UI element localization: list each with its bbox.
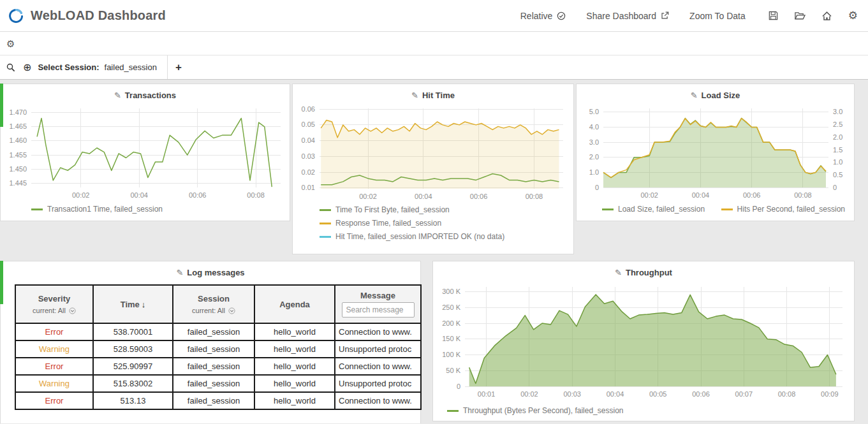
divider	[167, 55, 168, 79]
panel-title-text: Throughput	[626, 268, 672, 277]
legend-item[interactable]: Transaction1 Time, failed_session	[31, 205, 163, 214]
panel-title-text: Load Size	[702, 91, 740, 100]
log-row[interactable]: Warning515.83002failed_sessionhello_worl…	[15, 375, 421, 392]
save-icon	[769, 11, 778, 20]
svg-text:2.5: 2.5	[833, 121, 842, 128]
column-session[interactable]: Session current: All	[173, 285, 254, 323]
folder-open-icon	[795, 11, 805, 20]
cell-message: Connection to www.	[335, 392, 421, 409]
legend-item[interactable]: Time To First Byte, failed_session	[320, 205, 573, 214]
zoom-to-data-button[interactable]: Zoom To Data	[689, 11, 746, 21]
panel-hit-time: ✎ Hit Time 0.010.020.030.040.050.0600:02…	[292, 84, 574, 254]
svg-text:1.450: 1.450	[9, 165, 27, 173]
legend-item[interactable]: Hit Time, failed_session IMPORTED OK (no…	[320, 232, 573, 241]
relative-toggle[interactable]: Relative	[520, 11, 566, 21]
column-label: Agenda	[279, 300, 310, 309]
svg-text:1.0: 1.0	[833, 158, 842, 166]
cell-time: 515.83002	[93, 375, 173, 392]
svg-text:2.0: 2.0	[589, 153, 599, 161]
column-severity[interactable]: Severity current: All	[15, 285, 93, 323]
transactions-legend: Transaction1 Time, failed_session	[1, 201, 290, 219]
svg-text:00:08: 00:08	[247, 191, 265, 199]
svg-text:00:04: 00:04	[130, 191, 148, 199]
cell-message: Connection to www.	[335, 323, 421, 340]
log-row[interactable]: Error513.13failed_sessionhello_worldConn…	[15, 392, 421, 409]
svg-text:00:06: 00:06	[189, 191, 207, 199]
log-row[interactable]: Error525.90997failed_sessionhello_worldC…	[15, 358, 421, 375]
filter-label: current: All	[192, 307, 225, 314]
edit-icon[interactable]: ✎	[176, 268, 183, 277]
search-button[interactable]	[6, 63, 15, 72]
message-search-input[interactable]	[342, 302, 415, 318]
throughput-chart: 050 K100 K150 K200 K250 K300 K00:0100:02…	[433, 281, 853, 403]
app-header: WebLOAD Dashboard Relative Share Dashboa…	[0, 0, 868, 32]
cell-agenda: hello_world	[254, 358, 335, 375]
column-label: Severity	[17, 294, 91, 303]
edit-icon[interactable]: ✎	[114, 91, 121, 100]
panel-throughput: ✎ Throughput 050 K100 K150 K200 K250 K30…	[432, 261, 855, 421]
add-tab-button[interactable]: +	[175, 61, 182, 74]
cell-severity: Warning	[15, 340, 93, 358]
svg-text:0.01: 0.01	[302, 184, 315, 191]
log-row[interactable]: Error538.70001failed_sessionhello_worldC…	[15, 323, 421, 340]
edit-icon[interactable]: ✎	[411, 91, 418, 100]
panel-settings-button[interactable]: ⚙	[6, 39, 15, 48]
svg-text:300 K: 300 K	[442, 288, 460, 295]
log-messages-title: ✎ Log messages	[1, 261, 420, 281]
legend-label: Throughput (Bytes Per Second), failed_se…	[463, 406, 623, 415]
svg-text:00:08: 00:08	[526, 193, 543, 200]
share-dashboard-button[interactable]: Share Dashboard	[586, 11, 669, 21]
load-size-legend: Load Size, failed_sessionHits Per Second…	[577, 201, 854, 219]
legend-item[interactable]: Hits Per Second, failed_session	[721, 205, 845, 214]
cell-time: 528.59003	[93, 340, 173, 358]
zoom-to-data-label: Zoom To Data	[689, 11, 746, 21]
log-row[interactable]: Warning528.59003failed_sessionhello_worl…	[15, 340, 421, 358]
sort-desc-icon: ↓	[142, 300, 146, 309]
legend-item[interactable]: Throughput (Bytes Per Second), failed_se…	[447, 406, 623, 415]
legend-item[interactable]: Load Size, failed_session	[602, 205, 705, 214]
legend-label: Hits Per Second, failed_session	[737, 205, 845, 214]
column-label: Message	[337, 291, 419, 300]
edit-icon[interactable]: ✎	[691, 91, 698, 100]
session-value[interactable]: failed_session	[105, 62, 157, 72]
svg-text:1.5: 1.5	[833, 146, 842, 154]
home-button[interactable]	[822, 11, 832, 20]
column-message[interactable]: Message	[335, 285, 421, 323]
svg-text:0: 0	[457, 383, 460, 390]
column-time[interactable]: Time↓	[93, 285, 173, 323]
open-dashboard-button[interactable]	[795, 11, 805, 20]
svg-text:1.0: 1.0	[589, 168, 599, 176]
filter-caret-icon[interactable]	[228, 307, 235, 314]
search-icon	[6, 63, 15, 72]
legend-label: Time To First Byte, failed_session	[335, 205, 450, 214]
panel-title-text: Hit Time	[422, 91, 455, 100]
save-button[interactable]	[769, 11, 778, 20]
filter-caret-icon[interactable]	[69, 307, 76, 314]
panel-accent-strip	[0, 84, 3, 127]
settings-button[interactable]: ⚙	[848, 10, 858, 21]
svg-text:3.0: 3.0	[833, 108, 842, 115]
edit-icon[interactable]: ✎	[615, 268, 622, 277]
legend-swatch-icon	[320, 209, 331, 211]
check-circle-icon	[557, 11, 566, 20]
log-table-body: Error538.70001failed_sessionhello_worldC…	[15, 323, 421, 409]
svg-text:4.0: 4.0	[589, 123, 599, 131]
svg-text:00:05: 00:05	[649, 390, 667, 398]
svg-text:00:02: 00:02	[640, 191, 658, 199]
svg-text:0.06: 0.06	[302, 105, 315, 113]
svg-text:00:08: 00:08	[778, 390, 796, 398]
hit-time-chart: 0.010.020.030.040.050.0600:0200:0400:060…	[293, 103, 572, 203]
panel-log-messages: ✎ Log messages Severity current: All	[0, 261, 421, 423]
cell-session: failed_session	[173, 358, 254, 375]
legend-item[interactable]: Response Time, failed_session	[320, 219, 573, 228]
svg-text:5.0: 5.0	[589, 108, 599, 115]
column-agenda[interactable]: Agenda	[254, 285, 335, 323]
svg-text:0.03: 0.03	[302, 152, 315, 160]
cell-session: failed_session	[173, 375, 254, 392]
hit-time-legend: Time To First Byte, failed_sessionRespon…	[293, 203, 573, 246]
add-session-circle-button[interactable]: ⊕	[23, 62, 31, 73]
cell-agenda: hello_world	[254, 340, 335, 358]
panel-accent-strip	[0, 261, 3, 304]
cell-message: Connection to www.	[335, 358, 421, 375]
legend-label: Load Size, failed_session	[618, 205, 705, 214]
